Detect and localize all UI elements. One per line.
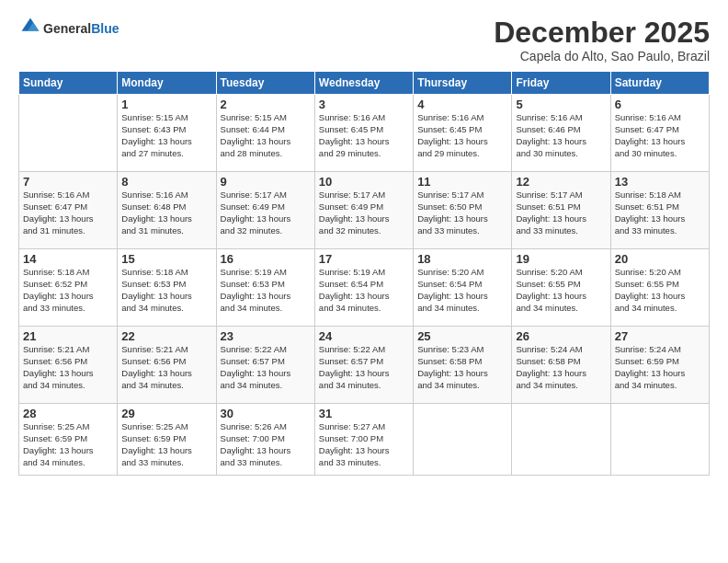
col-sunday: Sunday xyxy=(19,72,118,95)
table-row: 27Sunrise: 5:24 AMSunset: 6:59 PMDayligh… xyxy=(610,327,709,404)
table-row: 28Sunrise: 5:25 AMSunset: 6:59 PMDayligh… xyxy=(19,404,118,476)
day-info: Sunrise: 5:15 AMSunset: 6:44 PMDaylight:… xyxy=(221,112,311,159)
day-info: Sunrise: 5:20 AMSunset: 6:54 PMDaylight:… xyxy=(417,267,507,314)
day-number: 9 xyxy=(221,175,311,189)
day-info: Sunrise: 5:16 AMSunset: 6:46 PMDaylight:… xyxy=(516,112,606,159)
table-row: 2Sunrise: 5:15 AMSunset: 6:44 PMDaylight… xyxy=(216,95,314,172)
calendar-header-row: Sunday Monday Tuesday Wednesday Thursday… xyxy=(19,72,710,95)
logo: GeneralBlue xyxy=(18,17,119,40)
table-row: 22Sunrise: 5:21 AMSunset: 6:56 PMDayligh… xyxy=(118,327,216,404)
day-number: 8 xyxy=(121,175,211,189)
table-row: 20Sunrise: 5:20 AMSunset: 6:55 PMDayligh… xyxy=(610,249,709,327)
table-row: 30Sunrise: 5:26 AMSunset: 7:00 PMDayligh… xyxy=(216,404,314,476)
col-tuesday: Tuesday xyxy=(216,72,314,95)
day-info: Sunrise: 5:20 AMSunset: 6:55 PMDaylight:… xyxy=(516,267,606,314)
table-row: 15Sunrise: 5:18 AMSunset: 6:53 PMDayligh… xyxy=(118,249,216,327)
day-number: 15 xyxy=(121,252,211,266)
day-number: 20 xyxy=(615,252,705,266)
table-row: 10Sunrise: 5:17 AMSunset: 6:49 PMDayligh… xyxy=(314,172,413,249)
day-info: Sunrise: 5:16 AMSunset: 6:48 PMDaylight:… xyxy=(121,190,211,236)
day-number: 24 xyxy=(319,329,409,343)
table-row: 3Sunrise: 5:16 AMSunset: 6:45 PMDaylight… xyxy=(314,95,413,172)
day-info: Sunrise: 5:19 AMSunset: 6:54 PMDaylight:… xyxy=(319,267,409,314)
day-number: 2 xyxy=(221,98,311,111)
table-row: 8Sunrise: 5:16 AMSunset: 6:48 PMDaylight… xyxy=(118,172,216,249)
day-number: 28 xyxy=(23,407,113,420)
day-number: 6 xyxy=(615,98,705,111)
day-number: 14 xyxy=(23,252,113,266)
day-number: 25 xyxy=(417,329,507,343)
day-number: 7 xyxy=(23,175,113,189)
table-row: 5Sunrise: 5:16 AMSunset: 6:46 PMDaylight… xyxy=(512,95,610,172)
logo-text-general: General xyxy=(43,21,91,36)
day-number: 30 xyxy=(221,407,311,420)
col-friday: Friday xyxy=(512,72,610,95)
day-number: 13 xyxy=(615,175,705,189)
day-info: Sunrise: 5:24 AMSunset: 6:58 PMDaylight:… xyxy=(516,344,606,391)
day-info: Sunrise: 5:27 AMSunset: 7:00 PMDaylight:… xyxy=(319,421,409,468)
day-number: 1 xyxy=(121,98,211,111)
table-row: 6Sunrise: 5:16 AMSunset: 6:47 PMDaylight… xyxy=(610,95,709,172)
day-number: 10 xyxy=(319,175,409,189)
table-row: 23Sunrise: 5:22 AMSunset: 6:57 PMDayligh… xyxy=(216,327,314,404)
col-wednesday: Wednesday xyxy=(314,72,413,95)
day-number: 17 xyxy=(319,252,409,266)
title-block: December 2025 Capela do Alto, Sao Paulo,… xyxy=(494,17,710,63)
day-info: Sunrise: 5:16 AMSunset: 6:45 PMDaylight:… xyxy=(319,112,409,159)
day-number: 21 xyxy=(23,329,113,343)
table-row: 14Sunrise: 5:18 AMSunset: 6:52 PMDayligh… xyxy=(19,249,118,327)
table-row: 11Sunrise: 5:17 AMSunset: 6:50 PMDayligh… xyxy=(414,172,512,249)
table-row: 16Sunrise: 5:19 AMSunset: 6:53 PMDayligh… xyxy=(216,249,314,327)
day-number: 16 xyxy=(221,252,311,266)
day-number: 11 xyxy=(417,175,507,189)
day-info: Sunrise: 5:15 AMSunset: 6:43 PMDaylight:… xyxy=(121,112,211,159)
month-title: December 2025 xyxy=(494,17,710,49)
day-info: Sunrise: 5:17 AMSunset: 6:51 PMDaylight:… xyxy=(516,190,606,236)
day-number: 12 xyxy=(516,175,606,189)
day-number: 22 xyxy=(121,329,211,343)
table-row: 26Sunrise: 5:24 AMSunset: 6:58 PMDayligh… xyxy=(512,327,610,404)
day-info: Sunrise: 5:25 AMSunset: 6:59 PMDaylight:… xyxy=(23,421,113,468)
day-info: Sunrise: 5:23 AMSunset: 6:58 PMDaylight:… xyxy=(417,344,507,391)
day-info: Sunrise: 5:21 AMSunset: 6:56 PMDaylight:… xyxy=(121,344,211,391)
logo-icon xyxy=(20,17,40,37)
location: Capela do Alto, Sao Paulo, Brazil xyxy=(494,49,710,63)
day-info: Sunrise: 5:22 AMSunset: 6:57 PMDaylight:… xyxy=(319,344,409,391)
day-info: Sunrise: 5:22 AMSunset: 6:57 PMDaylight:… xyxy=(221,344,311,391)
day-info: Sunrise: 5:16 AMSunset: 6:47 PMDaylight:… xyxy=(615,112,705,159)
table-row xyxy=(19,95,118,172)
table-row: 17Sunrise: 5:19 AMSunset: 6:54 PMDayligh… xyxy=(314,249,413,327)
logo-text-blue: Blue xyxy=(91,21,119,36)
day-info: Sunrise: 5:17 AMSunset: 6:49 PMDaylight:… xyxy=(221,190,311,236)
table-row: 19Sunrise: 5:20 AMSunset: 6:55 PMDayligh… xyxy=(512,249,610,327)
day-info: Sunrise: 5:18 AMSunset: 6:51 PMDaylight:… xyxy=(615,190,705,236)
day-info: Sunrise: 5:20 AMSunset: 6:55 PMDaylight:… xyxy=(615,267,705,314)
table-row: 1Sunrise: 5:15 AMSunset: 6:43 PMDaylight… xyxy=(118,95,216,172)
day-info: Sunrise: 5:17 AMSunset: 6:50 PMDaylight:… xyxy=(417,190,507,236)
table-row: 24Sunrise: 5:22 AMSunset: 6:57 PMDayligh… xyxy=(314,327,413,404)
day-info: Sunrise: 5:21 AMSunset: 6:56 PMDaylight:… xyxy=(23,344,113,391)
day-number: 27 xyxy=(615,329,705,343)
table-row: 12Sunrise: 5:17 AMSunset: 6:51 PMDayligh… xyxy=(512,172,610,249)
day-info: Sunrise: 5:26 AMSunset: 7:00 PMDaylight:… xyxy=(221,421,311,468)
day-info: Sunrise: 5:16 AMSunset: 6:47 PMDaylight:… xyxy=(23,190,113,236)
day-number: 5 xyxy=(516,98,606,111)
col-thursday: Thursday xyxy=(414,72,512,95)
day-info: Sunrise: 5:24 AMSunset: 6:59 PMDaylight:… xyxy=(615,344,705,391)
page: GeneralBlue December 2025 Capela do Alto… xyxy=(0,0,728,563)
table-row: 7Sunrise: 5:16 AMSunset: 6:47 PMDaylight… xyxy=(19,172,118,249)
day-number: 3 xyxy=(319,98,409,111)
day-number: 31 xyxy=(319,407,409,420)
table-row: 29Sunrise: 5:25 AMSunset: 6:59 PMDayligh… xyxy=(118,404,216,476)
table-row: 25Sunrise: 5:23 AMSunset: 6:58 PMDayligh… xyxy=(414,327,512,404)
day-info: Sunrise: 5:25 AMSunset: 6:59 PMDaylight:… xyxy=(121,421,211,468)
col-saturday: Saturday xyxy=(610,72,709,95)
header: GeneralBlue December 2025 Capela do Alto… xyxy=(18,17,710,63)
day-info: Sunrise: 5:18 AMSunset: 6:53 PMDaylight:… xyxy=(121,267,211,314)
day-info: Sunrise: 5:16 AMSunset: 6:45 PMDaylight:… xyxy=(417,112,507,159)
table-row xyxy=(414,404,512,476)
table-row: 21Sunrise: 5:21 AMSunset: 6:56 PMDayligh… xyxy=(19,327,118,404)
day-number: 18 xyxy=(417,252,507,266)
calendar-table: Sunday Monday Tuesday Wednesday Thursday… xyxy=(18,71,710,476)
table-row: 18Sunrise: 5:20 AMSunset: 6:54 PMDayligh… xyxy=(414,249,512,327)
